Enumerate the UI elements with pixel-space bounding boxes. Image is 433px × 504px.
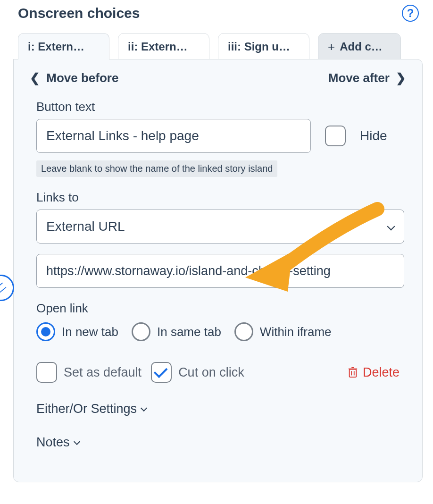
radio-new-tab[interactable]: In new tab: [36, 322, 118, 341]
page-title: Onscreen choices: [18, 5, 140, 21]
tab-choice-1[interactable]: i: Extern…: [18, 33, 109, 59]
button-text-hint: Leave blank to show the name of the link…: [36, 160, 277, 177]
radio-same-tab-label: In same tab: [157, 325, 221, 339]
trash-icon: [348, 366, 358, 378]
delete-button[interactable]: Delete: [348, 365, 400, 380]
cut-on-click-label: Cut on click: [178, 365, 244, 380]
chevron-down-icon: [141, 404, 147, 411]
set-default-label: Set as default: [64, 365, 142, 380]
radio-icon: [36, 322, 55, 341]
links-to-label: Links to: [36, 190, 400, 205]
chevron-right-icon: ❯: [396, 71, 406, 85]
button-text-input[interactable]: [36, 119, 311, 153]
svg-rect-0: [350, 370, 357, 378]
cut-on-click-option[interactable]: Cut on click: [151, 362, 244, 383]
move-before-label: Move before: [46, 71, 118, 85]
radio-new-tab-label: In new tab: [62, 325, 118, 339]
radio-iframe-label: Within iframe: [260, 325, 332, 339]
tab-choice-3[interactable]: iii: Sign u…: [218, 33, 309, 59]
chevron-down-icon: [73, 438, 80, 445]
cut-on-click-checkbox[interactable]: [151, 362, 172, 383]
button-text-label: Button text: [36, 100, 400, 114]
choice-panel: ❮ Move before Move after ❯ Button text H…: [13, 59, 423, 482]
set-default-checkbox[interactable]: [36, 362, 57, 383]
delete-label: Delete: [363, 365, 400, 380]
radio-icon: [132, 322, 150, 341]
chevron-left-icon: ❮: [30, 71, 40, 85]
tab-add-label: Add c…: [340, 40, 383, 53]
set-default-option[interactable]: Set as default: [36, 362, 142, 383]
notes-toggle[interactable]: Notes: [36, 435, 400, 450]
radio-within-iframe[interactable]: Within iframe: [234, 322, 332, 341]
tab-add-choice[interactable]: + Add c…: [318, 33, 401, 59]
external-url-input[interactable]: [36, 254, 404, 288]
notes-label: Notes: [36, 435, 70, 450]
either-or-toggle[interactable]: Either/Or Settings: [36, 402, 400, 416]
hide-label: Hide: [360, 128, 387, 143]
radio-icon: [234, 322, 253, 341]
tab-choice-2[interactable]: ii: Extern…: [118, 33, 209, 59]
either-or-label: Either/Or Settings: [36, 402, 137, 416]
radio-same-tab[interactable]: In same tab: [132, 322, 221, 341]
links-to-select[interactable]: External URL: [36, 210, 404, 244]
tabs-bar: i: Extern… ii: Extern… iii: Sign u… + Ad…: [0, 22, 433, 59]
plus-icon: +: [328, 41, 335, 53]
open-link-label: Open link: [36, 301, 400, 316]
move-after-button[interactable]: Move after ❯: [328, 71, 409, 85]
move-after-label: Move after: [328, 71, 390, 85]
hide-checkbox[interactable]: [325, 126, 346, 146]
move-before-button[interactable]: ❮ Move before: [27, 71, 118, 85]
help-icon[interactable]: ?: [402, 5, 419, 22]
